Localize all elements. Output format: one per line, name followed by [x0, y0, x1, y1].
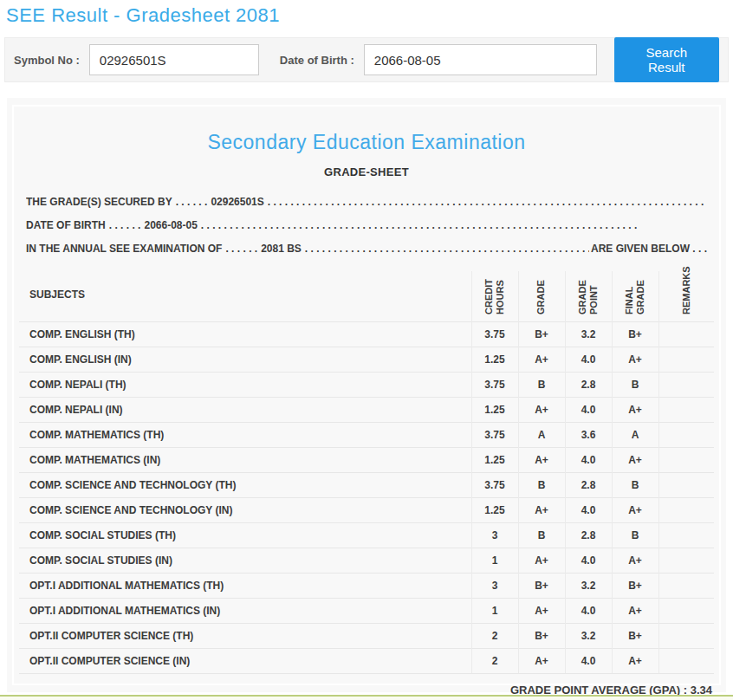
final-grade-cell: B — [612, 373, 658, 398]
grade-cell: A+ — [518, 599, 565, 624]
grades-secured-line: THE GRADE(S) SECURED BY . . . . . . 0292… — [26, 196, 707, 219]
remarks-cell — [658, 548, 714, 574]
grade-point-cell: 2.8 — [565, 523, 612, 548]
line-prefix: IN THE ANNUAL SEE EXAMINATION OF — [26, 243, 222, 255]
symbol-no-label: Symbol No : — [14, 54, 80, 67]
dot-leader: . . . . . . . . . . . . . . . . . . . . … — [305, 243, 589, 255]
subjects-column-header: SUBJECTS — [19, 271, 471, 322]
grade-cell: A+ — [518, 498, 565, 523]
exam-year-line: IN THE ANNUAL SEE EXAMINATION OF . . . .… — [26, 243, 707, 266]
subject-cell: OPT.I ADDITIONAL MATHEMATICS (IN) — [19, 599, 471, 624]
date-of-birth-label: Date of Birth : — [280, 54, 354, 67]
remarks-cell — [658, 423, 714, 448]
grade-point-cell: 4.0 — [565, 448, 612, 473]
credit-hours-cell: 3 — [471, 574, 518, 599]
grade-point-cell: 3.2 — [565, 574, 612, 599]
grade-point-cell: 3.2 — [565, 624, 612, 649]
subject-cell: COMP. NEPALI (TH) — [19, 373, 471, 398]
grade-point-cell: 4.0 — [565, 599, 612, 624]
final-grade-cell: B+ — [612, 322, 658, 347]
line-prefix: DATE OF BIRTH — [26, 219, 106, 231]
subject-cell: COMP. ENGLISH (TH) — [19, 322, 471, 347]
credit-hours-cell: 3.75 — [471, 322, 518, 347]
dot-leader: . . . . . . — [225, 243, 257, 255]
remarks-cell — [658, 373, 714, 398]
grade-column-header: GRADE — [518, 271, 565, 322]
date-of-birth-input[interactable] — [364, 44, 597, 75]
subject-cell: COMP. ENGLISH (IN) — [19, 347, 471, 373]
grade-point-cell: 3.2 — [565, 322, 612, 347]
grade-cell: A+ — [518, 398, 565, 423]
grade-point-column-header: GRADE POINT — [565, 271, 612, 322]
sheet-subheading: GRADE-SHEET — [19, 165, 714, 178]
table-row: COMP. SOCIAL STUDIES (TH)3B2.8B — [19, 523, 714, 548]
dot-leader: . . . . . . — [109, 219, 141, 231]
table-row: OPT.II COMPUTER SCIENCE (IN)2A+4.0A+ — [19, 649, 714, 674]
credit-hours-cell: 3.75 — [471, 373, 518, 398]
table-row: COMP. NEPALI (TH)3.75B2.8B — [19, 373, 714, 398]
remarks-cell — [658, 649, 714, 674]
grade-cell: B — [518, 473, 565, 498]
remarks-cell — [658, 599, 714, 624]
exam-year-value: 2081 BS — [261, 243, 302, 255]
credit-hours-column-header: CREDIT HOURS — [471, 271, 518, 322]
credit-hours-cell: 3.75 — [471, 473, 518, 498]
line-prefix: THE GRADE(S) SECURED BY — [26, 196, 172, 208]
line-suffix: ARE GIVEN BELOW . . . — [591, 243, 707, 255]
grade-point-cell: 4.0 — [565, 398, 612, 423]
final-grade-cell: A+ — [612, 448, 658, 473]
symbol-no-input[interactable] — [89, 44, 259, 75]
final-grade-column-header: FINAL GRADE — [612, 271, 658, 322]
credit-hours-cell: 1.25 — [471, 398, 518, 423]
info-lines: THE GRADE(S) SECURED BY . . . . . . 0292… — [26, 196, 707, 266]
date-of-birth-line: DATE OF BIRTH . . . . . . 2066-08-05 . .… — [26, 219, 707, 243]
final-grade-cell: A+ — [612, 498, 658, 523]
remarks-cell — [658, 574, 714, 599]
grades-table-header: SUBJECTS CREDIT HOURS GRADE GRADE POINT … — [19, 271, 714, 322]
grade-cell: B — [518, 373, 565, 398]
grade-cell: A+ — [518, 548, 565, 574]
table-row: OPT.I ADDITIONAL MATHEMATICS (IN)1A+4.0A… — [19, 599, 714, 624]
subject-cell: COMP. MATHEMATICS (IN) — [19, 448, 471, 473]
grade-point-cell: 4.0 — [565, 347, 612, 373]
table-row: COMP. ENGLISH (IN)1.25A+4.0A+ — [19, 347, 714, 373]
final-grade-cell: A — [612, 423, 658, 448]
final-grade-cell: A+ — [612, 347, 658, 373]
subject-cell: COMP. SCIENCE AND TECHNOLOGY (IN) — [19, 498, 471, 523]
remarks-column-header: REMARKS — [658, 271, 714, 322]
sheet-heading: Secondary Education Examination — [19, 131, 714, 154]
subject-cell: OPT.I ADDITIONAL MATHEMATICS (TH) — [19, 574, 471, 599]
remarks-cell — [658, 347, 714, 373]
table-row: OPT.II COMPUTER SCIENCE (TH)2B+3.2B+ — [19, 624, 714, 649]
gradesheet-panel: Secondary Education Examination GRADE-SH… — [7, 98, 726, 692]
credit-hours-cell: 1.25 — [471, 498, 518, 523]
footer-strip — [0, 695, 733, 700]
credit-hours-cell: 1 — [471, 548, 518, 574]
credit-hours-cell: 3.75 — [471, 423, 518, 448]
subject-cell: OPT.II COMPUTER SCIENCE (IN) — [19, 649, 471, 674]
credit-hours-cell: 3 — [471, 523, 518, 548]
final-grade-cell: B+ — [612, 574, 658, 599]
search-bar: Symbol No : Date of Birth : Search Resul… — [4, 37, 729, 82]
grade-point-cell: 4.0 — [565, 548, 612, 574]
search-result-button[interactable]: Search Result — [614, 37, 720, 82]
dot-leader: . . . . . . . . . . . . . . . . . . . . … — [268, 196, 707, 208]
grade-cell: A+ — [518, 448, 565, 473]
table-row: COMP. MATHEMATICS (IN)1.25A+4.0A+ — [19, 448, 714, 473]
remarks-cell — [658, 398, 714, 423]
grade-cell: A+ — [518, 649, 565, 674]
table-row: COMP. SOCIAL STUDIES (IN)1A+4.0A+ — [19, 548, 714, 574]
table-row: COMP. SCIENCE AND TECHNOLOGY (TH)3.75B2.… — [19, 473, 714, 498]
subject-cell: COMP. NEPALI (IN) — [19, 398, 471, 423]
remarks-cell — [658, 473, 714, 498]
grade-cell: B+ — [518, 624, 565, 649]
table-row: COMP. MATHEMATICS (TH)3.75A3.6A — [19, 423, 714, 448]
gpa-summary: GRADE POINT AVERAGE (GPA) : 3.34 — [19, 674, 714, 697]
final-grade-cell: A+ — [612, 398, 658, 423]
grade-cell: B+ — [518, 574, 565, 599]
grade-point-cell: 2.8 — [565, 373, 612, 398]
grade-cell: B+ — [518, 322, 565, 347]
final-grade-cell: B — [612, 523, 658, 548]
table-row: OPT.I ADDITIONAL MATHEMATICS (TH)3B+3.2B… — [19, 574, 714, 599]
grade-point-cell: 4.0 — [565, 498, 612, 523]
